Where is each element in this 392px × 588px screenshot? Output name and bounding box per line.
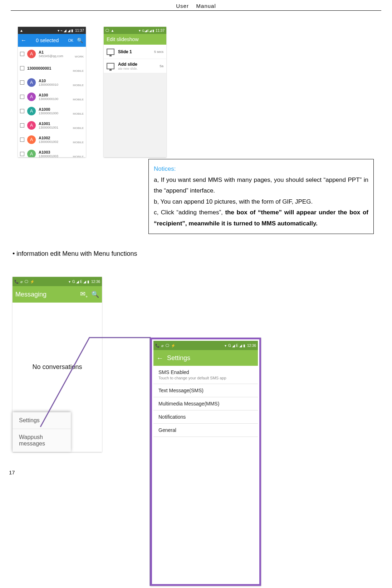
page-number: 17 xyxy=(9,469,15,475)
settings-row[interactable]: SMS Enabled Touch to change your default… xyxy=(153,366,258,384)
signal-icons: G ◢ E ◢ ▮ xyxy=(228,344,245,348)
wifi-icon: ▾ xyxy=(225,344,226,348)
settings-row-subtitle: Touch to change your default SMS app xyxy=(158,376,253,380)
power-icon: ⚡ xyxy=(171,344,175,348)
settings-list: SMS Enabled Touch to change your default… xyxy=(153,366,258,437)
settings-phone: 📞 ⌀ 🖵 ⚡ ▾ G ◢ E ◢ ▮ 12:36 ← Settings SMS… xyxy=(150,338,261,586)
lock-icon: ⌀ xyxy=(161,344,163,348)
status-right-icons: ▾ G ◢ E ◢ ▮ 12:36 xyxy=(224,343,256,348)
settings-title: Settings xyxy=(167,354,190,362)
picture-icon: 🖵 xyxy=(166,344,169,348)
status-time: 12:36 xyxy=(247,344,256,348)
status-bar: 📞 ⌀ 🖵 ⚡ ▾ G ◢ E ◢ ▮ 12:36 xyxy=(153,341,258,350)
settings-row-title: Multimedia Message(MMS) xyxy=(158,401,253,407)
settings-row[interactable]: Notifications xyxy=(153,410,258,424)
settings-titlebar: ← Settings xyxy=(153,350,258,366)
back-icon[interactable]: ← xyxy=(156,354,163,362)
settings-row-title: General xyxy=(158,427,253,433)
settings-row[interactable]: Text Message(SMS) xyxy=(153,384,258,397)
settings-row-title: Text Message(SMS) xyxy=(158,388,253,393)
settings-row[interactable]: General xyxy=(153,424,258,437)
phone-icon: 📞 xyxy=(155,344,160,348)
settings-row-title: Notifications xyxy=(158,414,253,420)
settings-row-title: SMS Enabled xyxy=(158,369,253,375)
status-left-icons: 📞 ⌀ 🖵 ⚡ xyxy=(155,343,176,348)
settings-row[interactable]: Multimedia Message(MMS) xyxy=(153,397,258,410)
